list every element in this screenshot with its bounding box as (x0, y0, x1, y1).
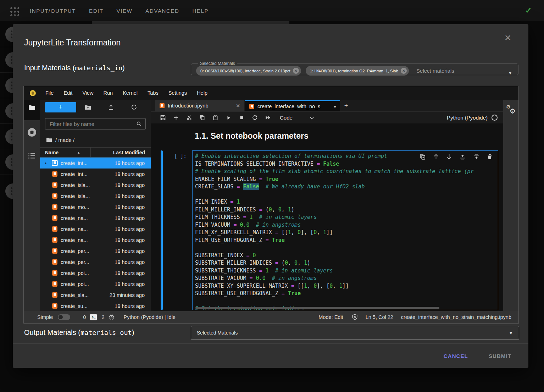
notebook-icon (52, 281, 58, 287)
cell-type-dropdown[interactable]: Code (280, 115, 293, 121)
file-row[interactable]: create_na...19 hours ago (40, 212, 151, 223)
paste-icon[interactable] (209, 115, 222, 120)
output-dropdown-label: Selected Materials (197, 330, 238, 336)
file-row[interactable]: create_mo...19 hours ago (40, 201, 151, 212)
stop-icon[interactable] (235, 115, 248, 120)
output-materials-dropdown[interactable]: Selected Materials ▼ (191, 326, 519, 340)
move-cell-up-icon[interactable] (433, 154, 439, 160)
jupyterlab-frame: FileEditViewRunKernelTabsSettingsHelp (23, 86, 519, 324)
cell-collapser[interactable] (161, 150, 163, 310)
chip-remove-icon[interactable]: ✕ (401, 68, 407, 74)
code: # Enable interactive selection of termin… (195, 153, 498, 310)
trust-shield-icon[interactable] (352, 314, 358, 320)
file-row[interactable]: create_isla...19 hours ago (40, 191, 151, 201)
file-modified: 19 hours ago (115, 215, 151, 221)
new-tab-button[interactable]: + (340, 100, 352, 111)
file-row[interactable]: create_int...19 hours ago (40, 169, 151, 180)
app-logo-dots-icon[interactable] (9, 6, 19, 16)
filter-files-box (45, 118, 146, 129)
move-cell-down-icon[interactable] (446, 154, 452, 160)
cut-icon[interactable] (183, 115, 196, 120)
jupyter-menu-kernel[interactable]: Kernel (118, 90, 143, 96)
jupyter-status-bar: Simple 0 $_ 2 Python (Pyodide) | Idle Mo… (24, 311, 518, 323)
new-folder-icon[interactable] (76, 105, 99, 110)
jupyter-menu-settings[interactable]: Settings (163, 90, 192, 96)
tab-introduction[interactable]: Introduction.ipynb ✕ (155, 100, 244, 111)
table-of-contents-icon[interactable] (24, 152, 40, 159)
file-row[interactable]: create_isla...19 hours ago (40, 180, 151, 191)
app-menu-edit[interactable]: EDIT (89, 8, 104, 14)
jupyter-menu-file[interactable]: File (40, 90, 59, 96)
jupyter-menu-run[interactable]: Run (99, 90, 118, 96)
app-menu-help[interactable]: HELP (192, 8, 209, 14)
sort-ascending-icon[interactable]: ▲ (77, 151, 80, 154)
save-icon[interactable] (156, 115, 170, 120)
filter-files-input[interactable] (49, 121, 136, 127)
jupyter-menu-help[interactable]: Help (192, 90, 212, 96)
insert-cell-below-icon[interactable] (473, 154, 479, 160)
app-menu-view[interactable]: VIEW (117, 8, 133, 14)
run-icon[interactable] (222, 115, 235, 120)
file-row[interactable]: create_per...19 hours ago (40, 245, 151, 256)
insert-cell-icon[interactable] (170, 115, 183, 120)
material-chip-0[interactable]: 0: O6Si3(100)-Si8(100), Interface, Strai… (196, 66, 301, 76)
new-launcher-button[interactable]: + (45, 102, 76, 112)
upload-icon[interactable] (99, 104, 122, 110)
file-name: create_na... (61, 237, 88, 243)
submit-button[interactable]: SUBMIT (487, 353, 514, 359)
app-menu-advanced[interactable]: ADVANCED (145, 8, 179, 14)
delete-cell-icon[interactable] (487, 154, 492, 160)
cancel-button[interactable]: CANCEL (442, 353, 470, 359)
terminal-icon[interactable]: $_ (90, 314, 97, 320)
settings-gears-icon[interactable]: ⚙ ⚙ (506, 104, 518, 116)
selected-materials-field[interactable]: Selected Materials 0: O6Si3(100)-Si8(100… (191, 61, 518, 75)
restart-kernel-icon[interactable] (248, 115, 261, 120)
column-name[interactable]: Name (40, 150, 59, 155)
file-row[interactable]: ●create_int...19 hours ago (40, 158, 151, 169)
material-chip-1[interactable]: 1: Hf4O8(001), termination O2_P4/mmm_1, … (306, 66, 409, 76)
file-row[interactable]: create_per...19 hours ago (40, 256, 151, 267)
running-kernels-icon[interactable] (24, 127, 40, 137)
tab-create-interface[interactable]: create_interface_with_no_s ● (245, 100, 340, 111)
jupyter-menu-view[interactable]: View (77, 90, 98, 96)
duplicate-cell-icon[interactable] (420, 154, 426, 160)
mode-indicator[interactable]: Mode: Edit (318, 314, 343, 320)
cursor-position[interactable]: Ln 5, Col 22 (366, 314, 393, 320)
header-divider (13, 55, 528, 55)
select-materials-placeholder: Select materials (416, 68, 454, 74)
file-row[interactable]: create_su...19 hours ago (40, 300, 151, 311)
kernel-status-circle-icon (492, 115, 498, 121)
horizontal-scrollbar[interactable] (195, 307, 439, 309)
chevron-down-icon[interactable]: ▼ (508, 70, 512, 76)
activity-panel-strip (24, 120, 40, 311)
file-row[interactable]: create_poi...19 hours ago (40, 278, 151, 289)
jupyter-menu-edit[interactable]: Edit (59, 90, 77, 96)
jupyter-menu-tabs[interactable]: Tabs (143, 90, 163, 96)
app-menu-input-output[interactable]: INPUT/OUTPUT (30, 8, 76, 14)
chevron-down-icon[interactable] (310, 116, 314, 119)
kernel-chip-icon[interactable] (109, 314, 115, 320)
breadcrumb[interactable]: / made / (40, 134, 151, 145)
file-row[interactable]: create_na...19 hours ago (40, 234, 151, 245)
simple-mode-toggle[interactable] (58, 314, 70, 320)
file-row[interactable]: create_sla...23 minutes ago (40, 289, 151, 300)
code-cell-editor[interactable]: # Enable interactive selection of termin… (192, 150, 498, 310)
column-last-modified[interactable]: Last Modified (113, 150, 151, 155)
restart-run-all-icon[interactable] (261, 115, 274, 120)
check-icon: ✓ (525, 6, 532, 15)
file-row[interactable]: create_na...19 hours ago (40, 223, 151, 234)
chip-remove-icon[interactable]: ✕ (293, 68, 299, 74)
file-browser-tab-folder-icon[interactable] (24, 105, 40, 110)
dialog-close-icon[interactable]: ✕ (502, 33, 514, 43)
file-browser-panel: + (40, 100, 151, 311)
chevron-down-icon: ▼ (509, 330, 513, 336)
kernel-indicator[interactable]: Python (Pyodide) (447, 115, 498, 121)
copy-icon[interactable] (196, 115, 209, 120)
tab-close-icon[interactable]: ✕ (236, 103, 240, 109)
refresh-icon[interactable] (123, 104, 146, 110)
jupyter-menu: FileEditViewRunKernelTabsSettingsHelp (40, 90, 212, 96)
file-row[interactable]: create_poi...19 hours ago (40, 267, 151, 278)
notebook-icon (52, 226, 58, 232)
insert-cell-above-icon[interactable] (460, 154, 466, 160)
kernel-status-text[interactable]: Python (Pyodide) | Idle (123, 314, 175, 320)
